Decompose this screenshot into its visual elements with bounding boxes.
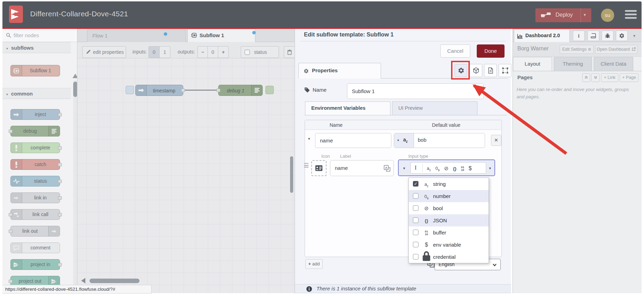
palette-search[interactable]: filter nodes bbox=[2, 29, 77, 42]
expand-all-button[interactable] bbox=[591, 73, 600, 82]
tab-environment-variables[interactable]: Environment Variables bbox=[305, 101, 390, 115]
deploy-caret-icon[interactable]: ▾ bbox=[584, 12, 586, 17]
tab-properties[interactable]: Properties bbox=[298, 63, 381, 79]
appearance-view-button[interactable] bbox=[499, 64, 511, 77]
node-input-port[interactable] bbox=[9, 230, 12, 233]
node-output-port[interactable] bbox=[58, 146, 62, 150]
node-timestamp[interactable]: timestamp bbox=[135, 85, 183, 96]
env-label-input[interactable]: name A bbox=[330, 160, 394, 176]
tab-layout[interactable]: Layout bbox=[513, 57, 552, 71]
description-view-button[interactable] bbox=[484, 64, 497, 77]
add-link-button[interactable]: + Link bbox=[601, 73, 618, 82]
canvas-scroll-left-icon[interactable] bbox=[81, 278, 85, 283]
palette-node-catch[interactable]: catch bbox=[10, 159, 60, 170]
palette-scroll-up-icon[interactable] bbox=[73, 74, 77, 78]
unchecked-checkbox[interactable] bbox=[413, 230, 418, 235]
node-output-port[interactable] bbox=[58, 113, 62, 116]
inputs-0-button[interactable]: 0 bbox=[149, 46, 160, 58]
node-input-port[interactable] bbox=[9, 213, 12, 216]
env-icon-picker[interactable] bbox=[311, 160, 327, 176]
type-option-bool[interactable]: ⊘bool bbox=[409, 202, 489, 214]
unchecked-checkbox[interactable] bbox=[413, 254, 418, 259]
inputs-1-button[interactable]: 1 bbox=[159, 46, 170, 58]
help-sidebar-button[interactable] bbox=[587, 31, 599, 41]
info-sidebar-button[interactable]: i bbox=[573, 31, 585, 41]
node-input-port[interactable] bbox=[9, 130, 12, 133]
palette-node-debug[interactable]: debug bbox=[10, 126, 60, 137]
type-option-string[interactable]: ✓azstring bbox=[409, 178, 489, 190]
node-input-port[interactable] bbox=[9, 280, 12, 283]
open-dashboard-button[interactable]: Open Dashboard bbox=[595, 45, 637, 54]
outputs-plus-button[interactable]: + bbox=[218, 46, 229, 58]
user-avatar[interactable]: su bbox=[601, 9, 614, 22]
type-option-JSON[interactable]: {}JSON bbox=[409, 214, 489, 226]
palette-node-link-out[interactable]: link out bbox=[10, 226, 60, 237]
subflow-output-stub[interactable] bbox=[265, 86, 274, 94]
palette-node-comment[interactable]: comment bbox=[10, 242, 60, 253]
palette-node-complete[interactable]: complete bbox=[10, 142, 60, 153]
node-debug-1[interactable]: debug 1 bbox=[218, 85, 263, 96]
status-node-toggle[interactable]: status node bbox=[241, 46, 279, 58]
node-output-port[interactable] bbox=[58, 180, 62, 183]
type-option-credential[interactable]: credential bbox=[409, 251, 489, 263]
collapse-all-button[interactable] bbox=[582, 73, 590, 82]
node-output-port[interactable] bbox=[181, 89, 185, 92]
properties-view-button[interactable] bbox=[455, 64, 467, 77]
palette-scrollbar-thumb[interactable] bbox=[73, 82, 77, 97]
palette-node-link-call[interactable]: link call bbox=[10, 209, 60, 220]
palette-category-common[interactable]: ▾common bbox=[2, 88, 71, 99]
deploy-button[interactable]: Deploy ▾ bbox=[535, 8, 591, 22]
tab-subflow-1[interactable]: Subflow 1 bbox=[187, 29, 255, 42]
checked-checkbox[interactable]: ✓ bbox=[413, 181, 418, 187]
subflow-name-input[interactable]: Subflow 1 bbox=[347, 83, 484, 99]
module-view-button[interactable] bbox=[469, 64, 482, 77]
debug-sidebar-button[interactable] bbox=[602, 31, 613, 41]
node-output-port[interactable] bbox=[58, 263, 62, 266]
done-button[interactable]: Done bbox=[477, 44, 505, 58]
unchecked-checkbox[interactable] bbox=[413, 193, 418, 199]
palette-node-status[interactable]: status bbox=[10, 176, 60, 187]
flow-canvas[interactable]: timestamp debug 1 bbox=[77, 58, 295, 293]
type-option-buffer[interactable]: 0110buffer bbox=[409, 226, 489, 239]
tab-client-data[interactable]: Client Data bbox=[594, 57, 633, 71]
node-output-port[interactable] bbox=[58, 213, 62, 216]
env-name-input[interactable]: name bbox=[315, 133, 391, 148]
palette-category-subflows[interactable]: ▾subflows bbox=[2, 42, 71, 53]
caret-down-icon[interactable]: ▾ bbox=[489, 166, 491, 171]
palette-scrollbar-track[interactable] bbox=[73, 80, 77, 293]
node-input-port[interactable] bbox=[217, 89, 220, 92]
input-type-widget[interactable]: ▾ I az09⊘{}0110$ ▾ bbox=[398, 159, 495, 176]
unchecked-checkbox[interactable] bbox=[413, 205, 418, 211]
type-select-button[interactable]: ▾ az bbox=[394, 133, 414, 148]
unchecked-checkbox[interactable] bbox=[413, 242, 418, 247]
add-env-var-button[interactable]: + add bbox=[305, 259, 323, 269]
cancel-button[interactable]: Cancel bbox=[440, 44, 470, 58]
canvas-hscrollbar-thumb[interactable] bbox=[90, 279, 139, 283]
palette-node-subflow-1[interactable]: Subflow 1 bbox=[10, 65, 60, 76]
unchecked-checkbox[interactable] bbox=[413, 217, 418, 223]
sidebar-menu-caret-icon[interactable]: ▾ bbox=[633, 33, 635, 38]
config-sidebar-button[interactable] bbox=[616, 31, 628, 41]
drag-handle-icon[interactable]: ☰ bbox=[304, 162, 308, 169]
palette-node-inject[interactable]: inject bbox=[10, 109, 60, 120]
status-node-checkbox[interactable] bbox=[245, 50, 250, 55]
edit-settings-button[interactable]: Edit Settings ⚙ bbox=[560, 45, 594, 54]
palette-node-link-in[interactable]: link in bbox=[10, 192, 60, 203]
type-option-env-variable[interactable]: $env variable bbox=[409, 239, 489, 251]
node-output-port[interactable] bbox=[58, 196, 62, 200]
main-menu-icon[interactable] bbox=[625, 10, 637, 20]
node-output-port[interactable] bbox=[58, 163, 62, 166]
edit-properties-button[interactable]: edit properties bbox=[82, 46, 126, 58]
env-default-value-field[interactable]: ▾ az bob bbox=[394, 133, 485, 148]
canvas-vscrollbar-thumb[interactable] bbox=[290, 156, 293, 193]
add-page-button[interactable]: + Page bbox=[620, 73, 638, 82]
delete-row-button[interactable]: ✕ bbox=[491, 135, 501, 146]
tab-flow-1[interactable]: Flow 1 bbox=[87, 30, 186, 42]
type-option-number[interactable]: 09number bbox=[409, 190, 489, 202]
tab-ui-preview[interactable]: UI Preview bbox=[392, 101, 477, 115]
palette-node-project-in[interactable]: project in bbox=[10, 259, 60, 270]
tab-dashboard-2[interactable]: Dashboard 2.0 bbox=[514, 29, 570, 42]
subflow-input-stub[interactable] bbox=[126, 86, 134, 94]
tab-theming[interactable]: Theming bbox=[554, 57, 592, 71]
outputs-minus-button[interactable]: − bbox=[197, 46, 208, 58]
